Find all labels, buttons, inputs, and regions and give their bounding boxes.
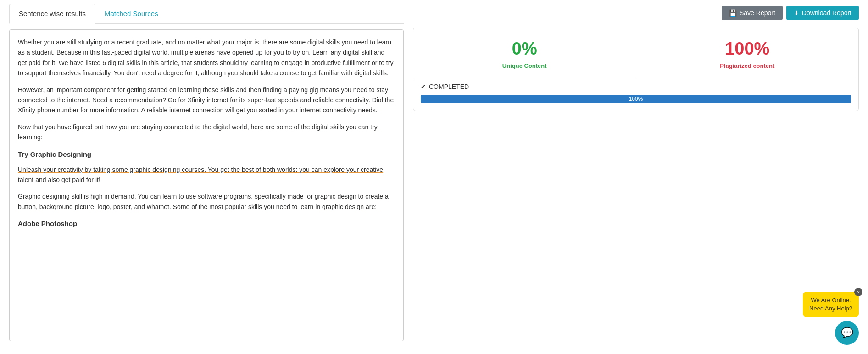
content-paragraph-2: However, an important component for gett… [18, 85, 395, 116]
chat-widget: × We Are Online. Need Any Help? 💬 [803, 292, 859, 345]
chat-icon: 💬 [841, 327, 853, 339]
download-report-label: Download Report [802, 9, 851, 17]
chat-open-button[interactable]: 💬 [835, 321, 859, 345]
content-paragraph-4: Unleash your creativity by taking some g… [18, 165, 395, 185]
plagiarized-label: Plagiarized content [720, 62, 774, 69]
unique-label: Unique Content [502, 62, 547, 69]
stats-card: 0% Unique Content 100% Plagiarized conte… [413, 28, 859, 111]
content-paragraph-3: Now that you have figured out how you ar… [18, 122, 395, 143]
progress-bar-fill: 100% [421, 95, 851, 103]
chat-bubble: × We Are Online. Need Any Help? [803, 292, 859, 317]
stats-row: 0% Unique Content 100% Plagiarized conte… [413, 28, 858, 78]
section-heading-graphic: Try Graphic Designing [18, 149, 395, 160]
content-area: Whether you are still studying or a rece… [9, 29, 404, 341]
left-panel: Sentence wise results Matched Sources Wh… [9, 4, 404, 350]
save-report-label: Save Report [740, 9, 775, 17]
check-icon: ✔ [421, 83, 426, 90]
unique-content-box: 0% Unique Content [413, 28, 636, 78]
progress-bar-container: 100% [421, 95, 851, 103]
chat-bubble-line2: Need Any Help? [809, 305, 852, 312]
completed-row: ✔ COMPLETED 100% [413, 78, 858, 111]
completed-label: COMPLETED [429, 83, 469, 90]
tab-sentence-wise[interactable]: Sentence wise results [9, 4, 95, 24]
chat-bubble-line1: We Are Online. [811, 297, 851, 304]
progress-value: 100% [629, 96, 643, 102]
tab-matched-sources[interactable]: Matched Sources [95, 4, 167, 23]
tabs-bar: Sentence wise results Matched Sources [9, 4, 404, 24]
plagiarized-content-box: 100% Plagiarized content [636, 28, 859, 78]
completed-text: ✔ COMPLETED [421, 83, 851, 90]
unique-percent: 0% [421, 39, 629, 59]
download-report-button[interactable]: ⬇ Download Report [786, 6, 859, 20]
section-heading-photoshop: Adobe Photoshop [18, 218, 395, 229]
plagiarized-percent: 100% [644, 39, 851, 59]
save-icon: 💾 [729, 9, 737, 17]
toolbar: 💾 Save Report ⬇ Download Report [413, 6, 859, 20]
download-icon: ⬇ [794, 9, 799, 17]
save-report-button[interactable]: 💾 Save Report [722, 6, 783, 20]
content-paragraph-5: Graphic designing skill is high in deman… [18, 191, 395, 212]
right-panel: 💾 Save Report ⬇ Download Report 0% Uniqu… [413, 4, 859, 350]
chat-close-button[interactable]: × [854, 288, 862, 296]
content-paragraph-1: Whether you are still studying or a rece… [18, 37, 395, 78]
